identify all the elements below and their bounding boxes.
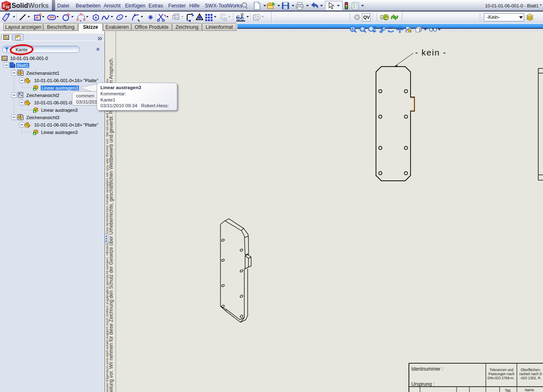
svg-text:QV: QV <box>363 15 370 20</box>
svg-text:Name: Name <box>525 388 534 392</box>
svg-text:Passungen nach: Passungen nach <box>488 372 515 376</box>
svg-text:Tag: Tag <box>505 388 511 392</box>
svg-text:Ursprung :: Ursprung : <box>411 381 434 387</box>
svg-text:Identnummer :: Identnummer : <box>411 366 443 372</box>
svg-text:W: W <box>6 5 10 9</box>
svg-text:-ISO 1302, R.: -ISO 1302, R. <box>520 376 541 380</box>
svg-text:-Kein-: -Kein- <box>487 14 500 20</box>
svg-text:Toleranzen und: Toleranzen und <box>490 368 513 372</box>
svg-text:Oberflächen-: Oberflächen- <box>520 368 541 372</box>
svg-text:DIN-ISO 2768-m .: DIN-ISO 2768-m . <box>487 376 515 380</box>
svg-text:rauheit nach D: rauheit nach D <box>519 372 542 376</box>
svg-text:- kein -: - kein - <box>415 48 446 57</box>
svg-text:S: S <box>2 4 5 8</box>
